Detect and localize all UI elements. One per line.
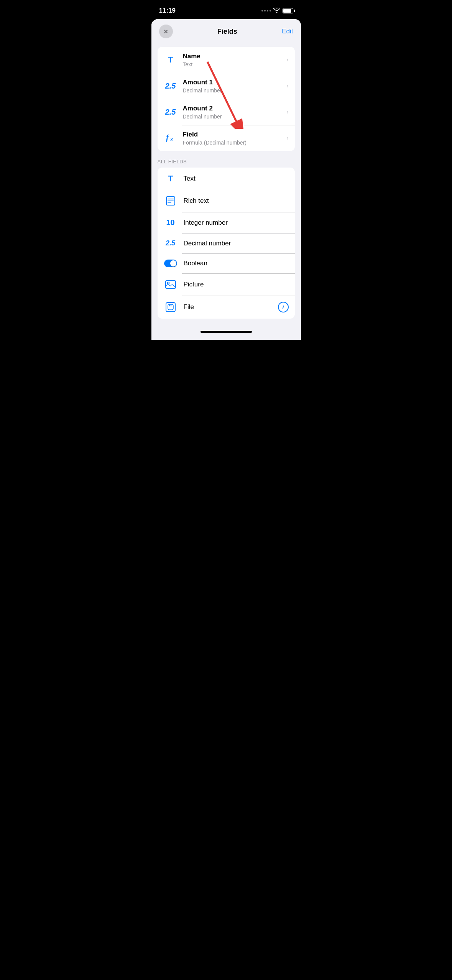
- integer-label: Integer number: [184, 219, 228, 227]
- rich-text-icon: [164, 196, 178, 206]
- list-item-file[interactable]: File i: [158, 296, 295, 319]
- amount1-field-row[interactable]: 2.5 Amount 1 Decimal number ›: [158, 73, 295, 99]
- svg-text:x: x: [170, 136, 173, 142]
- name-field-name: Name: [183, 52, 284, 61]
- svg-rect-8: [166, 281, 176, 288]
- signal-icon: [261, 10, 271, 12]
- list-item-decimal[interactable]: 2.5 Decimal number: [158, 233, 295, 253]
- toggle-icon: [164, 260, 178, 267]
- name-field-row[interactable]: T Name Text ›: [158, 47, 295, 73]
- chevron-icon: ›: [286, 109, 288, 115]
- wifi-icon: [273, 8, 280, 14]
- decimal-icon-2: 2.5: [164, 108, 178, 117]
- formula-field-type: Formula (Decimal number): [183, 140, 284, 146]
- all-fields-section: T Text Rich text 10 Integer number: [158, 168, 295, 319]
- nav-bar: ✕ Fields Edit: [151, 19, 301, 41]
- edit-button[interactable]: Edit: [282, 28, 293, 35]
- list-item-rich-text[interactable]: Rich text: [158, 190, 295, 212]
- list-item-boolean[interactable]: Boolean: [158, 253, 295, 273]
- list-item-integer[interactable]: 10 Integer number: [158, 212, 295, 233]
- amount1-field-type: Decimal number: [183, 87, 284, 94]
- svg-text:f: f: [166, 133, 169, 142]
- amount2-field-name: Amount 2: [183, 104, 284, 113]
- integer-icon: 10: [164, 218, 178, 227]
- decimal-icon: 2.5: [164, 239, 178, 247]
- status-bar: 11:19: [151, 0, 301, 19]
- text-icon: T: [164, 174, 178, 184]
- boolean-label: Boolean: [184, 260, 207, 267]
- text-type-icon: T: [164, 55, 178, 65]
- list-item-text[interactable]: T Text: [158, 168, 295, 190]
- rich-text-label: Rich text: [184, 197, 209, 205]
- status-icons: [261, 8, 293, 14]
- file-label: File: [184, 303, 194, 311]
- home-bar: [201, 331, 252, 333]
- amount2-field-row[interactable]: 2.5 Amount 2 Decimal number ›: [158, 99, 295, 125]
- home-indicator: [151, 327, 301, 340]
- text-label: Text: [184, 175, 196, 183]
- main-content: ✕ Fields Edit T Name Text › 2.5 Amount 1…: [151, 19, 301, 327]
- decimal-label: Decimal number: [184, 240, 231, 247]
- chevron-icon: ›: [286, 56, 288, 63]
- svg-point-9: [167, 282, 169, 284]
- svg-rect-10: [166, 303, 175, 312]
- amount2-field-type: Decimal number: [183, 113, 284, 120]
- close-button[interactable]: ✕: [159, 25, 173, 38]
- name-field-type: Text: [183, 61, 284, 67]
- all-fields-label: ALL FIELDS: [151, 151, 301, 168]
- formula-field-name: Field: [183, 130, 284, 139]
- decimal-icon-1: 2.5: [164, 82, 178, 90]
- picture-label: Picture: [184, 281, 204, 288]
- status-time: 11:19: [159, 7, 176, 15]
- formula-icon: f x: [164, 132, 178, 145]
- file-icon: [164, 302, 178, 312]
- close-icon: ✕: [163, 29, 168, 35]
- picture-icon: [164, 280, 178, 289]
- formula-field-row[interactable]: f x Field Formula (Decimal number) ›: [158, 125, 295, 151]
- info-button[interactable]: i: [278, 302, 289, 312]
- battery-icon: [283, 8, 293, 13]
- existing-fields-section: T Name Text › 2.5 Amount 1 Decimal numbe…: [158, 47, 295, 151]
- amount1-field-name: Amount 1: [183, 78, 284, 87]
- page-title: Fields: [217, 28, 237, 36]
- chevron-icon: ›: [286, 135, 288, 141]
- chevron-icon: ›: [286, 82, 288, 89]
- list-item-picture[interactable]: Picture: [158, 273, 295, 296]
